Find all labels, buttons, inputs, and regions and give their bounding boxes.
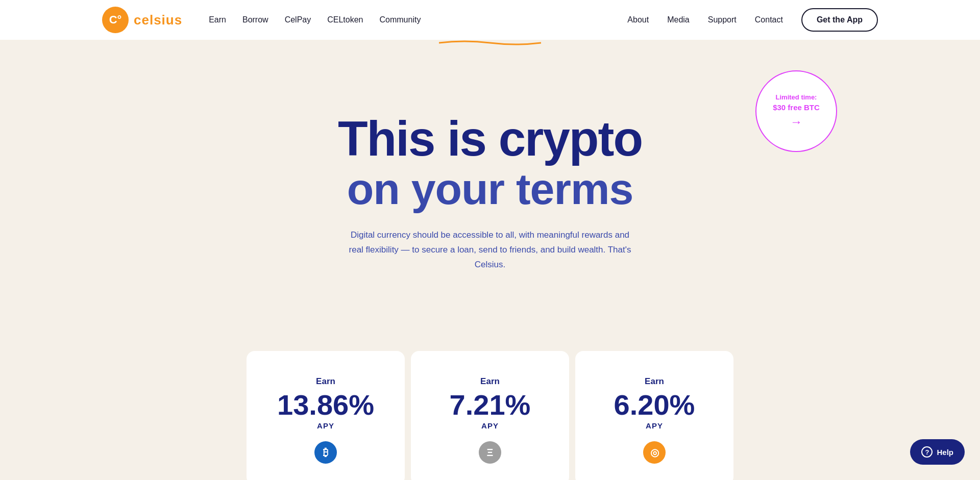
nav-link-media[interactable]: Media xyxy=(667,15,690,24)
nav-link-celtoken[interactable]: CELtoken xyxy=(327,15,363,24)
card-2-percentage: 7.21% xyxy=(450,391,531,419)
earn-card-3: Earn 6.20% APY ◎ xyxy=(575,351,733,480)
card-3-icon-area: ◎ xyxy=(642,440,667,465)
earn-card-2: Earn 7.21% APY Ξ xyxy=(411,351,569,480)
nav-link-support[interactable]: Support xyxy=(708,15,737,24)
card-1-apy: APY xyxy=(317,421,334,430)
navbar: C° celsius Earn Borrow CelPay CELtoken C… xyxy=(0,0,980,40)
card-3-coin-icon: ◎ xyxy=(643,441,666,464)
get-app-button[interactable]: Get the App xyxy=(801,8,878,32)
card-3-percentage: 6.20% xyxy=(614,391,695,419)
top-accent-decoration xyxy=(439,40,541,46)
card-2-coin-icon: Ξ xyxy=(479,441,501,464)
card-3-apy: APY xyxy=(646,421,663,430)
card-1-coin-icon: ₿ xyxy=(314,441,337,464)
hero-section: Limited time: $30 free BTC → This is cry… xyxy=(0,40,980,336)
navbar-left: C° celsius Earn Borrow CelPay CELtoken C… xyxy=(102,7,421,33)
card-3-label: Earn xyxy=(645,376,664,387)
logo-text: celsius xyxy=(134,12,182,28)
hero-subtitle: Digital currency should be accessible to… xyxy=(347,228,633,272)
logo-symbol: C° xyxy=(109,13,122,27)
help-icon: ? xyxy=(921,446,933,458)
nav-link-earn[interactable]: Earn xyxy=(209,15,226,24)
limited-time-badge[interactable]: Limited time: $30 free BTC → xyxy=(755,70,837,152)
nav-link-community[interactable]: Community xyxy=(380,15,421,24)
card-1-percentage: 13.86% xyxy=(277,391,374,419)
card-1-label: Earn xyxy=(316,376,335,387)
hero-title-line1: This is crypto xyxy=(338,113,642,165)
help-label: Help xyxy=(937,448,953,457)
hero-title-line2: on your terms xyxy=(347,165,633,213)
earn-card-1: Earn 13.86% APY ₿ xyxy=(247,351,405,480)
badge-line2: $30 free BTC xyxy=(773,103,820,112)
nav-link-celpay[interactable]: CelPay xyxy=(285,15,311,24)
card-1-icon-area: ₿ xyxy=(313,440,338,465)
nav-link-borrow[interactable]: Borrow xyxy=(242,15,268,24)
navbar-right: About Media Support Contact Get the App xyxy=(627,8,878,32)
badge-arrow: → xyxy=(790,115,802,129)
help-button[interactable]: ? Help xyxy=(910,439,965,465)
nav-link-contact[interactable]: Contact xyxy=(755,15,783,24)
nav-link-about[interactable]: About xyxy=(627,15,649,24)
card-2-icon-area: Ξ xyxy=(478,440,502,465)
card-2-apy: APY xyxy=(481,421,499,430)
earn-cards-section: Earn 13.86% APY ₿ Earn 7.21% APY Ξ Earn … xyxy=(0,336,980,480)
logo-icon: C° xyxy=(102,7,129,33)
logo[interactable]: C° celsius xyxy=(102,7,182,33)
badge-line1: Limited time: xyxy=(776,93,817,102)
card-2-label: Earn xyxy=(480,376,500,387)
